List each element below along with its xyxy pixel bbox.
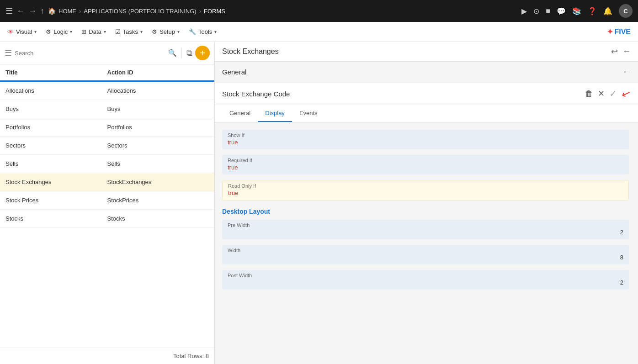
search-input[interactable] xyxy=(15,50,165,57)
width-value[interactable]: 8 xyxy=(228,254,623,261)
hamburger-icon[interactable]: ☰ xyxy=(5,6,13,16)
add-button[interactable]: + xyxy=(195,46,210,60)
tabs-bar: General Display Events xyxy=(215,105,638,122)
read-only-if-value[interactable]: true xyxy=(228,190,623,196)
toolbar-tools[interactable]: 🔧 Tools ▾ xyxy=(189,28,217,35)
setup-chevron: ▾ xyxy=(177,29,180,34)
library-icon[interactable]: 📚 xyxy=(572,7,581,16)
search-bar: ☰ 🔍 ⧉ + xyxy=(0,42,214,64)
required-if-value[interactable]: true xyxy=(228,164,623,171)
help-icon[interactable]: ❓ xyxy=(588,7,597,16)
tasks-icon: ☑ xyxy=(115,28,121,35)
play-icon[interactable]: ▶ xyxy=(521,7,527,16)
second-toolbar: 👁 Visual ▾ ⚙ Logic ▾ ⊞ Data ▾ ☑ Tasks ▾ … xyxy=(0,22,638,42)
field-code-header: Stock Exchange Code 🗑 ✕ ✓ ↙ xyxy=(215,83,638,105)
toolbar-data[interactable]: ⊞ Data ▾ xyxy=(81,28,106,35)
table-header: Title Action ID xyxy=(0,64,214,82)
stop-icon[interactable]: ■ xyxy=(546,7,550,15)
col-header-title: Title xyxy=(5,69,107,76)
divider xyxy=(181,47,182,58)
table-rows: Allocations Allocations Buys Buys Portfo… xyxy=(0,82,214,348)
close-icon[interactable]: ✕ xyxy=(598,89,605,99)
right-panel: Stock Exchanges ↩ ← General ← Stock Exch… xyxy=(215,42,638,364)
row-title: Allocations xyxy=(5,87,107,94)
visual-icon: 👁 xyxy=(7,28,14,36)
tools-icon: 🔧 xyxy=(189,28,196,35)
col-header-action-id: Action ID xyxy=(107,69,209,76)
row-action-id: Stocks xyxy=(107,215,209,222)
main-layout: ☰ 🔍 ⧉ + Title Action ID Allocations Allo… xyxy=(0,42,638,364)
setup-label: Setup xyxy=(160,28,175,35)
tools-label: Tools xyxy=(198,28,212,35)
check-icon[interactable]: ✓ xyxy=(609,88,617,99)
avatar[interactable]: C xyxy=(619,4,633,18)
show-if-field: Show If true xyxy=(222,130,629,149)
table-row[interactable]: Stocks Stocks xyxy=(0,210,214,228)
breadcrumb-app[interactable]: APPLICATIONS (PORTFOLIO TRAINING) xyxy=(84,8,196,15)
search-nav-icon[interactable]: ⊙ xyxy=(533,7,539,16)
home-label[interactable]: HOME xyxy=(58,8,76,15)
back-arrow-icon[interactable]: ← xyxy=(622,47,631,57)
five-label: FIVE xyxy=(614,28,631,36)
right-header-icons: ↩ ← xyxy=(611,47,631,57)
data-label: Data xyxy=(89,28,101,35)
width-field: Width 8 xyxy=(222,245,629,264)
tab-general[interactable]: General xyxy=(222,105,258,122)
tasks-label: Tasks xyxy=(123,28,138,35)
breadcrumb-forms[interactable]: FORMS xyxy=(204,8,225,15)
pre-width-value[interactable]: 2 xyxy=(228,229,623,236)
search-bar-menu-icon[interactable]: ☰ xyxy=(5,48,12,58)
table-row-active[interactable]: Stock Exchanges StockExchanges xyxy=(0,173,214,191)
bell-icon[interactable]: 🔔 xyxy=(603,7,612,16)
general-title: General xyxy=(222,68,246,76)
back-icon[interactable]: ← xyxy=(16,6,25,16)
nav-left: ☰ ← → ↑ 🏠 HOME › APPLICATIONS (PORTFOLIO… xyxy=(5,6,225,16)
table-row[interactable]: Buys Buys xyxy=(0,100,214,118)
general-back-icon[interactable]: ← xyxy=(622,67,631,77)
table-row[interactable]: Portfolios Portfolios xyxy=(0,118,214,137)
row-action-id: Allocations xyxy=(107,87,209,94)
row-title: Stock Prices xyxy=(5,197,107,204)
forward-icon[interactable]: → xyxy=(28,6,37,16)
search-icon[interactable]: 🔍 xyxy=(168,49,177,57)
show-if-value[interactable]: true xyxy=(228,139,623,146)
post-width-value[interactable]: 2 xyxy=(228,279,623,286)
post-width-field: Post Width 2 xyxy=(222,270,629,290)
table-row[interactable]: Allocations Allocations xyxy=(0,82,214,100)
copy-icon[interactable]: ⧉ xyxy=(186,48,192,58)
toolbar-left: 👁 Visual ▾ ⚙ Logic ▾ ⊞ Data ▾ ☑ Tasks ▾ … xyxy=(7,28,217,36)
desktop-layout-title: Desktop Layout xyxy=(222,208,629,215)
toolbar-visual[interactable]: 👁 Visual ▾ xyxy=(7,28,37,36)
toolbar-tasks[interactable]: ☑ Tasks ▾ xyxy=(115,28,143,35)
row-action-id: Sectors xyxy=(107,142,209,149)
chat-icon[interactable]: 💬 xyxy=(557,7,566,16)
table-footer: Total Rows: 8 xyxy=(0,348,214,364)
setup-icon: ⚙ xyxy=(152,28,157,35)
pre-width-label: Pre Width xyxy=(228,222,623,228)
delete-icon[interactable]: 🗑 xyxy=(585,89,593,99)
table-row[interactable]: Sectors Sectors xyxy=(0,137,214,155)
required-if-label: Required If xyxy=(228,158,623,163)
toolbar-logic[interactable]: ⚙ Logic ▾ xyxy=(46,28,72,35)
table-row[interactable]: Sells Sells xyxy=(0,155,214,173)
toolbar-setup[interactable]: ⚙ Setup ▾ xyxy=(152,28,180,35)
row-action-id: StockPrices xyxy=(107,197,209,204)
refresh-icon[interactable]: ↩ xyxy=(611,47,618,57)
left-panel: ☰ 🔍 ⧉ + Title Action ID Allocations Allo… xyxy=(0,42,215,364)
up-icon[interactable]: ↑ xyxy=(40,6,44,16)
width-label: Width xyxy=(228,248,623,253)
row-title: Sells xyxy=(5,160,107,167)
row-title: Sectors xyxy=(5,142,107,149)
tab-events[interactable]: Events xyxy=(292,105,325,122)
field-code-title: Stock Exchange Code xyxy=(222,90,290,98)
tab-display[interactable]: Display xyxy=(258,105,292,122)
table-row[interactable]: Stock Prices StockPrices xyxy=(0,191,214,210)
row-title: Stock Exchanges xyxy=(5,179,107,185)
tab-content-display: Show If true Required If true Read Only … xyxy=(215,122,636,302)
home-icon: 🏠 xyxy=(48,7,56,15)
show-if-label: Show If xyxy=(228,132,623,138)
general-header: General ← xyxy=(215,62,638,83)
breadcrumb-sep-2: › xyxy=(199,8,201,15)
tasks-chevron: ▾ xyxy=(140,29,143,34)
row-action-id: StockExchanges xyxy=(107,179,209,185)
